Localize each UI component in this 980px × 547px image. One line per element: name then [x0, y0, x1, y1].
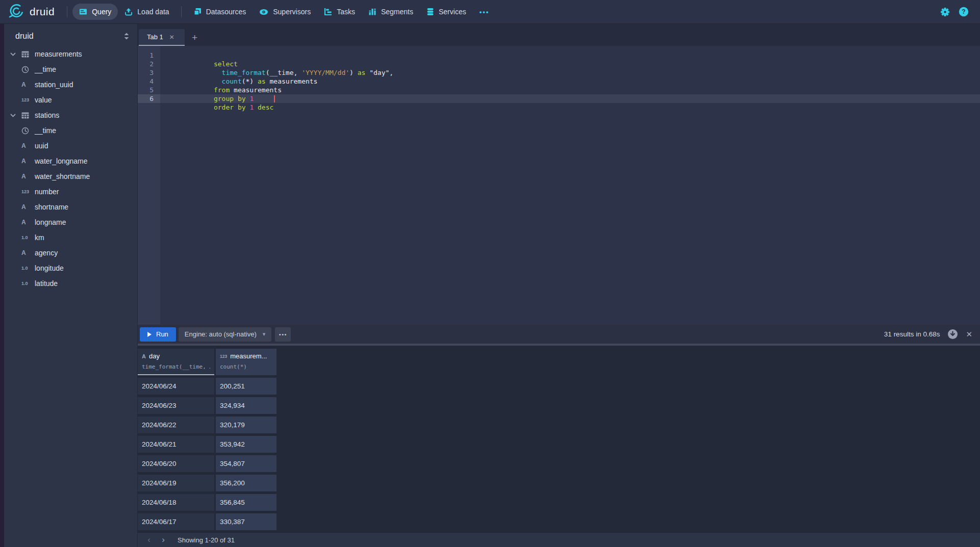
tree-item[interactable]: __time: [4, 62, 137, 77]
nav-item-tasks[interactable]: Tasks: [317, 4, 362, 20]
tree-item[interactable]: A station_uuid: [4, 77, 137, 92]
add-tab-button[interactable]: +: [192, 33, 197, 42]
runbar-right: 31 results in 0.68s ✕: [884, 329, 980, 340]
bar-chart-icon: [368, 8, 376, 16]
tree-item[interactable]: 1.0 longitude: [4, 261, 137, 276]
tree-item[interactable]: 123 number: [4, 184, 137, 199]
cell-day[interactable]: 2024/06/21: [138, 436, 214, 453]
tree-item[interactable]: A water_shortname: [4, 169, 137, 184]
cell-measurements[interactable]: 330,387: [216, 513, 277, 530]
tree-item[interactable]: measurements: [4, 46, 137, 62]
download-results-icon[interactable]: [947, 329, 958, 340]
settings-gear-icon[interactable]: [940, 7, 950, 17]
pagination-bar: ‹ › Showing 1-20 of 31: [138, 532, 980, 547]
code-line[interactable]: 4 from measurements: [138, 77, 980, 86]
column-header-measurements[interactable]: 123 measurem... count(*): [216, 349, 277, 375]
nav-item-query[interactable]: Query: [72, 4, 118, 20]
nav-item-datasources[interactable]: Datasources: [187, 4, 253, 20]
prev-page-button[interactable]: ‹: [142, 534, 156, 546]
tree-item[interactable]: A agency: [4, 245, 137, 261]
cell-measurements[interactable]: 356,845: [216, 494, 277, 511]
nav-item-label: Segments: [381, 8, 413, 16]
cell-day[interactable]: 2024/06/19: [138, 475, 214, 491]
tree-item-label: stations: [35, 111, 59, 119]
line-tokens: order by 1 desc: [166, 86, 273, 112]
tree-item[interactable]: A shortname: [4, 199, 137, 215]
help-icon[interactable]: ?: [959, 7, 969, 17]
cell-day[interactable]: 2024/06/20: [138, 455, 214, 472]
tree-item-label: measurements: [35, 50, 82, 58]
line-number: 3: [138, 68, 160, 77]
nav-item-label: Load data: [137, 8, 169, 16]
table-row: 2024/06/24 200,251: [138, 378, 980, 395]
cell-day[interactable]: 2024/06/17: [138, 513, 214, 530]
code-line[interactable]: 6 order by 1 desc: [138, 94, 980, 103]
cell-measurements[interactable]: 320,179: [216, 416, 277, 433]
eye-icon: [259, 9, 268, 15]
play-icon: [147, 332, 152, 337]
schema-name: druid: [15, 32, 34, 41]
druid-logo[interactable]: druid: [0, 4, 62, 19]
line-text: count(*) as measurements: [160, 68, 980, 77]
query-more-button[interactable]: •••: [275, 327, 291, 342]
tree-item[interactable]: 123 value: [4, 92, 137, 108]
cell-measurements[interactable]: 324,934: [216, 397, 277, 414]
code-token: desc: [258, 103, 273, 111]
tree-item[interactable]: A longname: [4, 215, 137, 230]
string-icon: A: [21, 249, 33, 256]
console-icon: [79, 8, 87, 16]
string-icon: A: [21, 203, 33, 211]
main-panel: Tab 1 ✕ + 1 select 2: [138, 24, 980, 547]
nav-more-button[interactable]: •••: [473, 4, 496, 20]
column-name: measurem...: [230, 352, 267, 360]
table-row: 2024/06/19 356,200: [138, 475, 980, 491]
tree-item[interactable]: stations: [4, 108, 137, 123]
run-button[interactable]: Run: [140, 327, 176, 342]
result-status: 31 results in 0.68s: [884, 330, 940, 338]
close-tab-icon[interactable]: ✕: [169, 34, 174, 41]
time-icon: [21, 66, 33, 73]
sql-editor[interactable]: 1 select 2 time_format(__time, 'YYYY/MM/…: [138, 46, 980, 325]
engine-select[interactable]: Engine: auto (sql-native) ▾: [179, 327, 271, 342]
next-page-button[interactable]: ›: [156, 534, 170, 546]
chevron-down-icon[interactable]: [10, 114, 21, 117]
column-header-day[interactable]: A day time_format(__time, …: [138, 349, 214, 375]
cell-measurements[interactable]: 353,942: [216, 436, 277, 453]
cell-measurements[interactable]: 200,251: [216, 378, 277, 395]
float-icon: 1.0: [21, 281, 33, 286]
results-body: 2024/06/24 200,251 2024/06/23 324,934 20…: [138, 378, 980, 530]
cell-day[interactable]: 2024/06/24: [138, 378, 214, 395]
chevron-down-icon[interactable]: [10, 53, 21, 56]
code-token: [254, 103, 258, 111]
tree-item[interactable]: 1.0 latitude: [4, 276, 137, 291]
number-icon: 123: [21, 97, 33, 102]
nav-item-segments[interactable]: Segments: [362, 4, 420, 20]
tree-item[interactable]: __time: [4, 123, 137, 138]
cell-measurements[interactable]: 356,200: [216, 475, 277, 491]
cell-measurements[interactable]: 354,807: [216, 455, 277, 472]
engine-select-label: Engine: auto (sql-native): [185, 330, 257, 338]
cell-day[interactable]: 2024/06/18: [138, 494, 214, 511]
nav-item-services[interactable]: Services: [420, 4, 473, 20]
tree-item[interactable]: A uuid: [4, 138, 137, 153]
tree-item[interactable]: A water_longname: [4, 153, 137, 169]
time-icon: [21, 127, 33, 135]
line-number: 2: [138, 60, 160, 68]
close-results-icon[interactable]: ✕: [966, 330, 972, 339]
tree-item-label: uuid: [35, 142, 48, 150]
cell-day[interactable]: 2024/06/23: [138, 397, 214, 414]
navbar-right: ?: [940, 7, 980, 17]
float-icon: 1.0: [21, 235, 33, 240]
nav-group-primary: Query Load data: [72, 4, 175, 20]
tree-item[interactable]: 1.0 km: [4, 230, 137, 245]
schema-tree: measurements __time A station_uuid: [4, 46, 137, 291]
cell-day[interactable]: 2024/06/22: [138, 416, 214, 433]
tree-item-label: shortname: [35, 203, 68, 211]
pagination-status: Showing 1-20 of 31: [178, 536, 235, 544]
tree-item-label: value: [35, 96, 52, 104]
string-icon: A: [21, 81, 33, 88]
nav-item-load-data[interactable]: Load data: [118, 4, 175, 20]
double-caret-vertical-icon[interactable]: [124, 33, 129, 40]
string-icon: A: [21, 219, 33, 226]
nav-item-supervisors[interactable]: Supervisors: [253, 4, 317, 20]
